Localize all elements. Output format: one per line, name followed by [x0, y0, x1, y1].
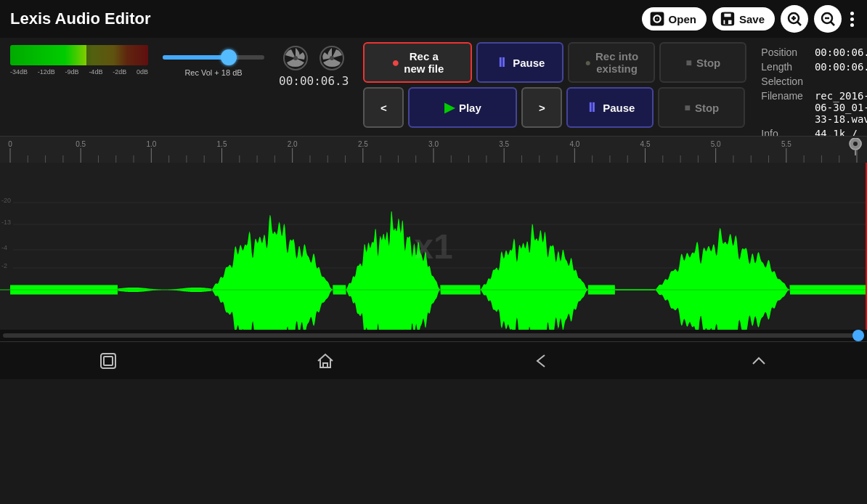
svg-line-8 [797, 22, 801, 25]
play-label: Play [459, 102, 481, 114]
header: Lexis Audio Editor Open Save [0, 0, 867, 38]
svg-rect-26 [323, 363, 327, 367]
svg-line-12 [831, 22, 834, 25]
waveform-container: x1 [0, 136, 867, 341]
save-button[interactable]: Save [712, 7, 775, 31]
rec-new-label: Rec a new file [404, 50, 444, 75]
next-button[interactable]: > [521, 87, 562, 128]
vu-label-3: -4dB [89, 68, 102, 76]
buttons-area: ● Rec a new file ⏸ Pause ● Rec into exis… [363, 42, 746, 128]
waveform-display[interactable]: x1 [0, 163, 867, 330]
stop1-button[interactable]: ■ Stop [659, 42, 746, 83]
svg-rect-4 [723, 13, 731, 17]
vu-label-2: -9dB [65, 68, 79, 76]
ruler-canvas [0, 137, 867, 163]
vol-slider-area: Rec Vol + 18 dB [163, 45, 264, 77]
length-value: 00:00:06.3 [815, 61, 867, 73]
position-label: Position [761, 46, 803, 58]
selection-value [815, 76, 867, 87]
stop1-label: Stop [696, 57, 720, 69]
stop2-label: Stop [695, 102, 719, 114]
timer-fan: 00:00:06.3 [279, 45, 349, 88]
prev-label: < [380, 102, 387, 114]
fan-icons [282, 45, 345, 71]
scrollbar-track[interactable] [3, 333, 864, 338]
svg-point-2 [656, 17, 659, 20]
nav-home-button[interactable] [304, 345, 347, 377]
filename-label: Filename [761, 90, 803, 125]
prev-button[interactable]: < [363, 87, 404, 128]
vu-label-1: -12dB [38, 68, 55, 76]
rec-new-button[interactable]: ● Rec a new file [363, 42, 472, 83]
pause1-button[interactable]: ⏸ Pause [476, 42, 563, 83]
vu-labels: -34dB -12dB -9dB -4dB -2dB 0dB [10, 68, 148, 76]
nav-square-button[interactable] [86, 345, 130, 377]
scrollbar-area [0, 330, 867, 341]
bottom-nav [0, 341, 867, 379]
vol-slider[interactable] [163, 55, 264, 60]
zoom-in-button[interactable] [781, 5, 808, 33]
info-panel: Position 00:00:06.3 Length 00:00:06.3 Se… [761, 42, 867, 151]
header-actions: Open Save [642, 5, 857, 33]
play-button[interactable]: ▶ Play [408, 87, 517, 128]
button-row-1: ● Rec a new file ⏸ Pause ● Rec into exis… [363, 42, 746, 83]
pin-right-icon[interactable] [847, 138, 864, 155]
open-label: Open [669, 13, 696, 25]
pause2-label: Pause [603, 102, 635, 114]
svg-point-22 [853, 142, 858, 146]
rec-into-button[interactable]: ● Rec into existing [568, 42, 655, 83]
vu-meter: -34dB -12dB -9dB -4dB -2dB 0dB [10, 45, 148, 76]
stop2-button[interactable]: ■ Stop [658, 87, 745, 128]
ruler [0, 137, 867, 163]
pause1-label: Pause [513, 57, 545, 69]
vu-label-5: 0dB [137, 68, 148, 76]
svg-rect-25 [104, 357, 113, 365]
nav-up-button[interactable] [737, 345, 781, 377]
selection-label: Selection [761, 76, 803, 87]
next-label: > [539, 102, 545, 114]
position-value: 00:00:06.3 [815, 46, 867, 58]
rec-into-label: Rec into existing [595, 50, 638, 75]
waveform-canvas [0, 163, 867, 330]
scrollbar-thumb[interactable] [852, 330, 864, 341]
controls-area: -34dB -12dB -9dB -4dB -2dB 0dB Rec Vol +… [0, 38, 867, 136]
svg-point-15 [293, 56, 298, 60]
vu-label-0: -34dB [10, 68, 28, 76]
nav-back-button[interactable] [520, 345, 563, 377]
open-button[interactable]: Open [642, 7, 707, 31]
vu-bar [10, 45, 148, 65]
vu-label-4: -2dB [113, 68, 126, 76]
zoom-out-button[interactable] [814, 5, 842, 33]
svg-point-17 [330, 56, 334, 60]
svg-rect-6 [725, 20, 728, 24]
save-label: Save [739, 13, 765, 25]
fan-right-icon [319, 45, 345, 71]
app-title: Lexis Audio Editor [10, 9, 151, 28]
button-row-2: < ▶ Play > ⏸ Pause ■ Stop [363, 87, 746, 128]
pause2-button[interactable]: ⏸ Pause [566, 87, 654, 128]
more-options-button[interactable] [847, 9, 857, 30]
timer-display: 00:00:06.3 [279, 74, 349, 88]
fan-left-icon [282, 45, 309, 71]
filename-value: rec_2016-06-30_01-33-18.wav [815, 90, 867, 125]
vol-label: Rec Vol + 18 dB [184, 68, 242, 77]
length-label: Length [761, 61, 803, 73]
